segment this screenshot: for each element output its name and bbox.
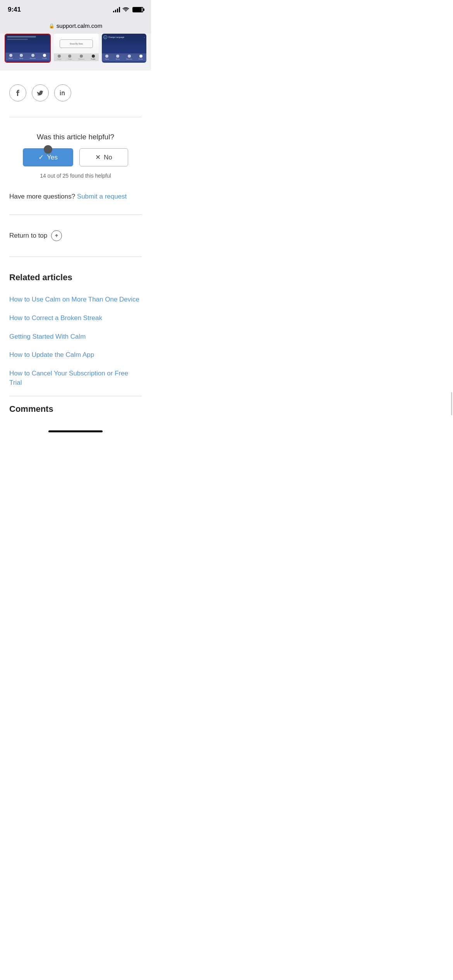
checkmark-icon: ✓: [38, 153, 44, 161]
status-time: 9:41: [8, 6, 21, 14]
nav-home-dot: [9, 54, 12, 57]
yes-button[interactable]: ✓ Yes: [23, 148, 73, 166]
return-top-label: Return to top: [9, 232, 47, 240]
nav-profile-dot: [43, 54, 46, 57]
divider-1: [9, 117, 142, 117]
battery-icon: [132, 7, 143, 12]
divider-3: [9, 257, 142, 257]
facebook-share-button[interactable]: [9, 84, 26, 101]
divider-2: [9, 214, 142, 215]
no-button[interactable]: ✕ No: [79, 148, 128, 166]
related-link-1[interactable]: How to Use Calm on More Than One Device: [9, 290, 142, 309]
related-link-5[interactable]: How to Cancel Your Subscription or Free …: [9, 364, 142, 392]
x-icon: ✕: [95, 153, 101, 161]
nav-discover-dot: [31, 54, 34, 57]
url-bar: 🔒 support.calm.com: [0, 19, 151, 34]
submit-request-link[interactable]: Submit a request: [77, 193, 127, 200]
helpful-count: 14 out of 25 found this helpful: [9, 173, 142, 179]
comments-section: Comments: [9, 396, 142, 418]
thumb-nav-2: Home Sleep Discover Profile: [54, 53, 98, 61]
related-articles-title: Related articles: [9, 272, 142, 283]
comments-title: Comments: [9, 404, 142, 414]
home-indicator: [0, 426, 151, 435]
questions-text: Have more questions?: [9, 193, 75, 200]
screenshot-gallery: Home Sleep Discover Profile Share My Sta…: [0, 34, 151, 70]
main-content: Was this article helpful? ✓ Yes ✕ No 14 …: [0, 70, 151, 426]
social-row: [9, 78, 142, 109]
related-link-3[interactable]: Getting Started With Calm: [9, 327, 142, 346]
questions-row: Have more questions? Submit a request: [9, 187, 142, 207]
status-icons: [113, 7, 143, 12]
no-label: No: [104, 154, 112, 161]
related-articles-section: Related articles How to Use Calm on More…: [9, 265, 142, 396]
lock-icon: 🔒: [49, 23, 55, 29]
return-to-top[interactable]: Return to top: [9, 223, 142, 249]
related-link-4[interactable]: How to Update the Calm App: [9, 346, 142, 364]
screenshot-thumb-2[interactable]: Share My Stats Home Sleep Discover Profi…: [54, 34, 98, 63]
url-text: support.calm.com: [57, 22, 102, 29]
thumb-nav-3: Home Sleep Discover Profile: [102, 53, 146, 61]
signal-icon: [113, 7, 120, 12]
wifi-icon: [122, 7, 129, 12]
related-link-2[interactable]: How to Correct a Broken Streak: [9, 309, 142, 327]
helpful-buttons: ✓ Yes ✕ No: [9, 148, 142, 166]
status-bar: 9:41: [0, 0, 151, 19]
screenshot-thumb-1[interactable]: Home Sleep Discover Profile: [5, 34, 51, 63]
return-top-icon: [51, 230, 62, 241]
thumb-nav-1: Home Sleep Discover Profile: [5, 53, 50, 60]
helpful-title: Was this article helpful?: [9, 133, 142, 141]
nav-sleep-dot: [20, 54, 23, 57]
helpful-section: Was this article helpful? ✓ Yes ✕ No 14 …: [9, 125, 142, 187]
twitter-share-button[interactable]: [32, 84, 49, 101]
home-bar: [48, 430, 103, 432]
screenshot-thumb-3[interactable]: 🌐 Change Language › Home Sleep Discover …: [102, 34, 146, 63]
yes-label: Yes: [47, 154, 58, 161]
tooltip-bubble: [44, 145, 52, 154]
linkedin-share-button[interactable]: [54, 84, 71, 101]
